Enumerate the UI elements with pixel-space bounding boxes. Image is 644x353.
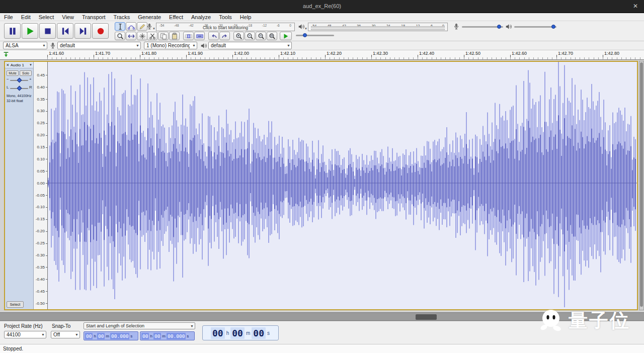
play-at-speed-button[interactable] <box>280 32 292 40</box>
playback-device-select[interactable]: default ▼ <box>208 42 292 49</box>
menu-file[interactable]: File <box>0 13 17 21</box>
track-control-panel[interactable]: ✕ Audio 1 ▼ Mute Solo − + L R Mono, 4410… <box>5 62 34 309</box>
skip-end-button[interactable] <box>74 23 91 39</box>
time-digits[interactable]: 00.000 <box>167 333 186 339</box>
horizontal-scrollbar-handle[interactable] <box>416 314 437 320</box>
play-speed-slider[interactable] <box>296 35 334 36</box>
vertical-scrollbar-handle[interactable] <box>640 62 643 307</box>
menubar: FileEditSelectViewTransportTracksGenerat… <box>0 13 644 21</box>
playback-volume-slider[interactable] <box>514 26 556 28</box>
close-icon[interactable]: ✕ <box>633 3 638 10</box>
playback-meter-bar-left <box>311 26 445 28</box>
envelope-tool-button[interactable] <box>126 22 136 31</box>
menu-analyze[interactable]: Analyze <box>187 13 215 21</box>
multi-tool-button[interactable] <box>137 32 147 40</box>
recording-meter-dropdown-icon[interactable]: ▼ <box>152 27 155 30</box>
recording-meter[interactable]: -54-48-42-36-30-24-18-12-60 Click to Sta… <box>156 23 295 31</box>
track-menu-icon[interactable]: ▼ <box>29 63 33 66</box>
timeline-ruler[interactable]: 1:41.601:41.701:41.801:41.901:42.001:42.… <box>0 50 644 60</box>
menu-transport[interactable]: Transport <box>78 13 110 21</box>
redo-button[interactable] <box>219 32 230 40</box>
skip-start-button[interactable] <box>57 23 73 39</box>
pause-button[interactable] <box>4 23 21 39</box>
menu-select[interactable]: Select <box>35 13 58 21</box>
playback-volume-thumb[interactable] <box>551 25 555 29</box>
mute-button[interactable]: Mute <box>7 70 19 76</box>
timeshift-tool-button[interactable] <box>126 32 136 40</box>
time-digits[interactable]: 00 <box>252 327 266 339</box>
undo-button[interactable] <box>208 32 219 40</box>
redo-icon <box>221 33 228 40</box>
menu-view[interactable]: View <box>58 13 78 21</box>
copy-button[interactable] <box>158 32 169 40</box>
track-close-icon[interactable]: ✕ <box>5 63 11 67</box>
menu-tools[interactable]: Tools <box>215 13 236 21</box>
time-digits[interactable]: 00 <box>97 333 105 339</box>
amplitude-label: 0.00 <box>37 181 45 186</box>
recording-volume-slider[interactable] <box>462 26 503 28</box>
selection-tool-button[interactable] <box>115 22 125 31</box>
snap-to-label: Snap-To <box>52 323 70 329</box>
time-digits[interactable]: 00 <box>85 333 93 339</box>
stop-button[interactable] <box>39 23 56 39</box>
silence-button[interactable] <box>194 32 205 40</box>
watermark-text: 量子位 <box>569 308 630 333</box>
playback-meter-dropdown-icon[interactable]: ▼ <box>304 27 307 30</box>
skip-start-icon <box>61 27 70 36</box>
play-button[interactable] <box>22 23 38 39</box>
zoom-out-button[interactable] <box>245 32 255 40</box>
menu-effect[interactable]: Effect <box>165 13 187 21</box>
monitoring-text[interactable]: Click to Start Monitoring <box>156 25 294 30</box>
window-title: aud_ex_Re(60) <box>0 3 644 9</box>
recording-channels-select[interactable]: 1 (Mono) Recording Channel ▼ <box>144 42 197 49</box>
zoom-in-button[interactable] <box>233 32 244 40</box>
record-button[interactable] <box>92 23 109 39</box>
titlebar[interactable]: aud_ex_Re(60) ✕ <box>0 0 644 13</box>
recording-device-select[interactable]: default ▼ <box>57 42 141 49</box>
playback-meter[interactable]: -54-48-42-36-30-24-18-12-60 <box>308 23 448 31</box>
recording-channels-value: 1 (Mono) Recording Channel <box>146 43 190 48</box>
time-digits[interactable]: 00 <box>141 333 149 339</box>
snap-to-select[interactable]: Off ▼ <box>51 331 80 338</box>
time-digits[interactable]: 00 <box>211 327 225 339</box>
paste-button[interactable] <box>169 32 180 40</box>
play-speed-thumb[interactable] <box>303 33 307 37</box>
amplitude-tick <box>46 255 47 256</box>
menu-tracks[interactable]: Tracks <box>110 13 134 21</box>
zoom-tool-button[interactable] <box>115 32 125 40</box>
cut-button[interactable] <box>147 32 157 40</box>
zoom-fit-button[interactable] <box>267 32 277 40</box>
time-digits[interactable]: 00 <box>153 333 161 339</box>
menu-help[interactable]: Help <box>236 13 256 21</box>
zoom-selection-button[interactable] <box>256 32 266 40</box>
track-select-button[interactable]: Select <box>7 301 24 308</box>
menu-edit[interactable]: Edit <box>17 13 35 21</box>
time-digits[interactable]: 00.000 <box>110 333 129 339</box>
vertical-ruler[interactable]: 0.450.400.350.300.250.200.150.100.050.00… <box>34 62 48 309</box>
gain-slider-thumb[interactable] <box>17 78 22 83</box>
vertical-scrollbar[interactable] <box>639 61 644 310</box>
menu-generate[interactable]: Generate <box>134 13 165 21</box>
project-rate-select[interactable]: 44100 ▼ <box>4 331 46 338</box>
zoom-selection-icon <box>258 33 265 40</box>
audio-host-select[interactable]: ALSA ▼ <box>3 42 47 49</box>
playback-meter-speaker-icon <box>298 23 305 30</box>
gain-slider[interactable] <box>10 80 28 81</box>
recording-volume-thumb[interactable] <box>497 25 501 29</box>
time-digits[interactable]: 00 <box>230 327 245 339</box>
track-title[interactable]: Audio 1 <box>11 63 29 67</box>
timeline-label: 1:42.00 <box>234 51 249 56</box>
timeline-pin-button[interactable] <box>3 51 10 58</box>
amplitude-label: 0.10 <box>37 157 45 161</box>
selection-length-field[interactable]: 00h00m00.000s <box>140 331 195 340</box>
amplitude-tick <box>46 207 47 208</box>
selection-start-field[interactable]: 00h00m00.000s <box>84 331 138 340</box>
pan-slider-thumb[interactable] <box>17 86 22 91</box>
waveform-display[interactable] <box>48 62 637 309</box>
amplitude-label: 0.40 <box>37 85 45 90</box>
solo-button[interactable]: Solo <box>20 70 32 76</box>
pan-slider[interactable] <box>10 88 28 89</box>
audio-position-display[interactable]: 00h00m00s <box>202 325 279 340</box>
trim-button[interactable] <box>183 32 194 40</box>
selection-mode-select[interactable]: Start and Length of Selection ▼ <box>84 322 195 329</box>
